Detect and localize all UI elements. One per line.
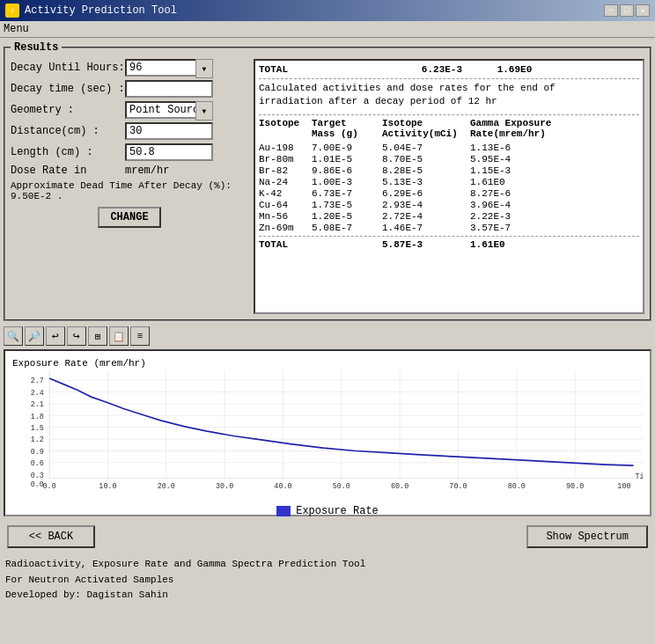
total-activity: 5.87E-3 [382, 239, 470, 250]
decay-hours-input[interactable] [125, 59, 213, 77]
svg-text:50.0: 50.0 [333, 482, 350, 491]
distance-input[interactable] [125, 122, 213, 140]
total-blank [312, 239, 382, 250]
svg-text:60.0: 60.0 [391, 482, 408, 491]
title-bar: ⚡ Activity Prediction Tool − □ ✕ [0, 0, 655, 21]
svg-text:2.1: 2.1 [31, 400, 44, 409]
divider-1 [259, 78, 639, 79]
back-button[interactable]: << BACK [7, 525, 95, 548]
app-icon: ⚡ [5, 4, 19, 18]
col-mass: TargetMass (g) [312, 118, 382, 139]
table-row: Cu-641.73E-52.93E-43.96E-4 [259, 200, 639, 210]
footer-line2: For Neutron Activated Samples [5, 573, 650, 589]
legend-color-box [276, 506, 291, 516]
svg-text:90.0: 90.0 [566, 482, 584, 491]
svg-text:0.0: 0.0 [31, 479, 44, 488]
chart-container: Exposure Rate (mrem/hr) [4, 349, 651, 516]
bottom-buttons: << BACK Show Spectrum [0, 520, 655, 553]
geometry-label: Geometry : [11, 104, 125, 116]
distance-label: Distance(cm) : [11, 125, 125, 137]
svg-text:2.7: 2.7 [31, 377, 44, 385]
left-form: Decay Until Hours: ▼ Decay time (sec) : … [11, 59, 248, 314]
decay-time-label: Decay time (sec) : [11, 83, 125, 95]
table-row: Br-80m1.01E-58.70E-55.95E-4 [259, 154, 639, 165]
table-row: Br-829.86E-68.28E-51.15E-3 [259, 165, 639, 176]
results-panel: TOTAL 6.23E-3 1.69E0 Calculated activiti… [254, 59, 644, 314]
footer: Radioactivity, Exposure Rate and Gamma S… [0, 553, 655, 607]
decay-hours-label: Decay Until Hours: [11, 62, 125, 74]
svg-text:0.0: 0.0 [43, 482, 56, 491]
close-button[interactable]: ✕ [636, 4, 650, 17]
change-button[interactable]: CHANGE [98, 207, 160, 228]
table-row: Zn-69m5.08E-71.46E-73.57E-7 [259, 223, 639, 233]
divider-3 [259, 236, 639, 237]
table-row: K-426.73E-76.29E-68.27E-6 [259, 188, 639, 199]
undo-btn[interactable]: ↩ [46, 326, 65, 346]
total-row: TOTAL 5.87E-3 1.61E0 [259, 239, 639, 250]
svg-text:1.8: 1.8 [31, 412, 44, 421]
table-body: Au-1987.00E-95.04E-71.13E-6Br-80m1.01E-5… [259, 143, 639, 233]
chart-legend: Exposure Rate [12, 505, 643, 517]
minimize-button[interactable]: − [604, 4, 618, 17]
svg-text:80.0: 80.0 [508, 482, 526, 491]
divider-2 [259, 114, 639, 115]
length-label: Length (cm) : [11, 146, 125, 158]
maximize-button[interactable]: □ [620, 4, 634, 17]
menu-item-menu[interactable]: Menu [4, 23, 29, 35]
window-title: Activity Prediction Tool [25, 4, 177, 17]
dose-rate-unit: mrem/hr [125, 165, 169, 177]
svg-text:0.9: 0.9 [31, 448, 44, 457]
length-input[interactable] [125, 143, 213, 161]
results-group: Results Decay Until Hours: ▼ Decay time … [4, 41, 651, 321]
chart-svg: 2.7 2.4 2.1 1.8 1.5 1.2 0.9 0.6 0.3 0.0 … [12, 370, 643, 498]
approx-label: Approximate Dead Time After Decay (%): 9… [11, 180, 232, 201]
svg-text:10.0: 10.0 [99, 482, 116, 491]
table-row: Na-241.00E-35.13E-31.61E0 [259, 177, 639, 187]
svg-text:40.0: 40.0 [274, 482, 291, 491]
col-isotope: Isotope [259, 118, 312, 139]
svg-text:100: 100 [617, 482, 630, 491]
dose-rate-label: Dose Rate in [11, 165, 125, 177]
redo-btn[interactable]: ↪ [67, 326, 86, 346]
table-header: Isotope TargetMass (g) IsotopeActivity(m… [259, 118, 639, 139]
svg-text:1.5: 1.5 [31, 424, 44, 433]
menu-btn[interactable]: ≡ [130, 326, 150, 346]
table-row: Au-1987.00E-95.04E-71.13E-6 [259, 143, 639, 153]
col-gamma: Gamma ExposureRate(mrem/hr) [470, 118, 567, 139]
chart-y-label: Exposure Rate (mrem/hr) [12, 358, 643, 369]
geometry-input[interactable] [125, 101, 213, 119]
svg-text:20.0: 20.0 [158, 482, 175, 491]
table-row: Mn-561.20E-52.72E-42.22E-3 [259, 211, 639, 222]
copy-btn[interactable]: 📋 [109, 326, 129, 346]
svg-text:2.4: 2.4 [31, 389, 44, 398]
footer-line3: Developed by: Dagistan Sahin [5, 588, 650, 604]
decay-time-input[interactable] [125, 80, 213, 98]
svg-text:30.0: 30.0 [216, 482, 233, 491]
grid-btn[interactable]: ⊞ [88, 326, 107, 346]
legend-label: Exposure Rate [296, 505, 379, 517]
zoom-out-btn[interactable]: 🔎 [25, 326, 44, 346]
footer-line1: Radioactivity, Exposure Rate and Gamma S… [5, 557, 650, 573]
zoom-in-btn[interactable]: 🔍 [4, 326, 23, 346]
svg-text:0.6: 0.6 [31, 459, 44, 468]
menu-bar[interactable]: Menu [0, 21, 655, 38]
svg-text:70.0: 70.0 [449, 482, 467, 491]
svg-text:1.2: 1.2 [31, 435, 44, 444]
col-activity: IsotopeActivity(mCi) [382, 118, 470, 139]
results-legend: Results [11, 41, 62, 54]
svg-text:Time (hr): Time (hr) [636, 472, 643, 480]
total-line-1: TOTAL 6.23E-3 1.69E0 [259, 64, 639, 75]
results-description: Calculated activities and dose rates for… [259, 82, 639, 109]
total-label: TOTAL [259, 239, 312, 250]
chart-toolbar: 🔍 🔎 ↩ ↪ ⊞ 📋 ≡ [4, 325, 651, 348]
svg-text:0.3: 0.3 [31, 471, 44, 479]
show-spectrum-button[interactable]: Show Spectrum [526, 525, 648, 548]
total-gamma: 1.61E0 [470, 239, 567, 250]
